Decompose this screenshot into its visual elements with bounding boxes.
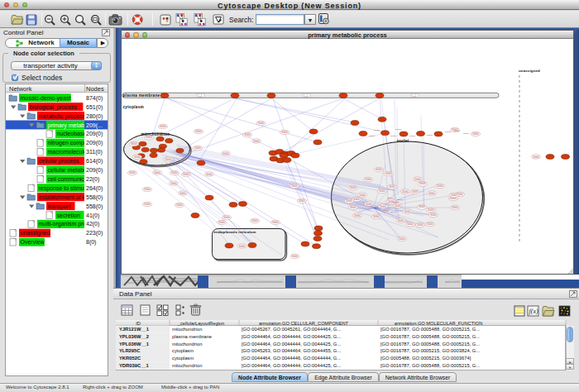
svg-text:[GO:0016787, GO:0005488, GO:00: [GO:0016787, GO:0005488, GO:0005215, G..… (380, 334, 481, 339)
svg-text:plasma membrane: plasma membrane (172, 334, 212, 339)
svg-text:[GO:0044464, GO:0044444, GO:00: [GO:0044464, GO:0044444, GO:0044425, G..… (242, 342, 342, 347)
svg-text:[GO:0044464, GO:0044446, GO:00: [GO:0044464, GO:0044446, GO:0044444, G..… (242, 356, 342, 361)
svg-text:YDR039C__1: YDR039C__1 (119, 363, 150, 368)
svg-text:mitochondrion: mitochondrion (172, 342, 202, 347)
svg-text:[GO:0016787, GO:0005215, GO:00: [GO:0016787, GO:0005215, GO:0003824, G..… (380, 348, 481, 353)
svg-text:YPL036W__1: YPL036W__1 (119, 342, 150, 347)
svg-text:YKR052C: YKR052C (119, 356, 141, 361)
svg-text:[GO:0016787, GO:0005488, GO:00: [GO:0016787, GO:0005488, GO:0005215, G..… (380, 363, 481, 368)
svg-text:YPL036W__2: YPL036W__2 (119, 334, 149, 339)
svg-text:[GO:0045263, GO:0044464, GO:00: [GO:0045263, GO:0044464, GO:0044455, G..… (242, 348, 342, 353)
svg-text:cytoplasm: cytoplasm (172, 356, 194, 361)
svg-text:_cellularLayoutRegion: _cellularLayoutRegion (177, 321, 224, 326)
svg-text:ID: ID (136, 321, 141, 326)
svg-text:[GO:0016787, GO:0005488, GO:00: [GO:0016787, GO:0005488, GO:0005215, G..… (380, 342, 481, 347)
svg-text:cytoplasm: cytoplasm (172, 348, 194, 353)
svg-text:YLR295C: YLR295C (119, 348, 141, 353)
svg-text:YJR121W__1: YJR121W__1 (119, 327, 150, 332)
svg-text:[GO:0005488, GO:0005215, GO:00: [GO:0005488, GO:0005215, GO:0003674] (380, 356, 471, 361)
svg-text:annotation.GO CELLULAR_COMPONE: annotation.GO CELLULAR_COMPONENT (259, 321, 349, 326)
svg-text:[GO:0044464, GO:0044444, GO:00: [GO:0044464, GO:0044444, GO:0044425, G..… (242, 334, 342, 339)
svg-text:annotation.GO MOLECULAR_FUNCTI: annotation.GO MOLECULAR_FUNCTION (395, 321, 483, 326)
svg-text:mitochondrion: mitochondrion (172, 363, 202, 368)
svg-text:[GO:0016787, GO:0005488, GO:00: [GO:0016787, GO:0005488, GO:0005215, G..… (380, 327, 481, 332)
svg-text:mitochondrion: mitochondrion (172, 327, 202, 332)
svg-text:[GO:0044464, GO:0044444, GO:00: [GO:0044464, GO:0044444, GO:0044425, G..… (242, 363, 342, 368)
svg-text:[GO:0045267, GO:0045261, GO:00: [GO:0045267, GO:0045261, GO:0044464, G..… (242, 327, 342, 332)
